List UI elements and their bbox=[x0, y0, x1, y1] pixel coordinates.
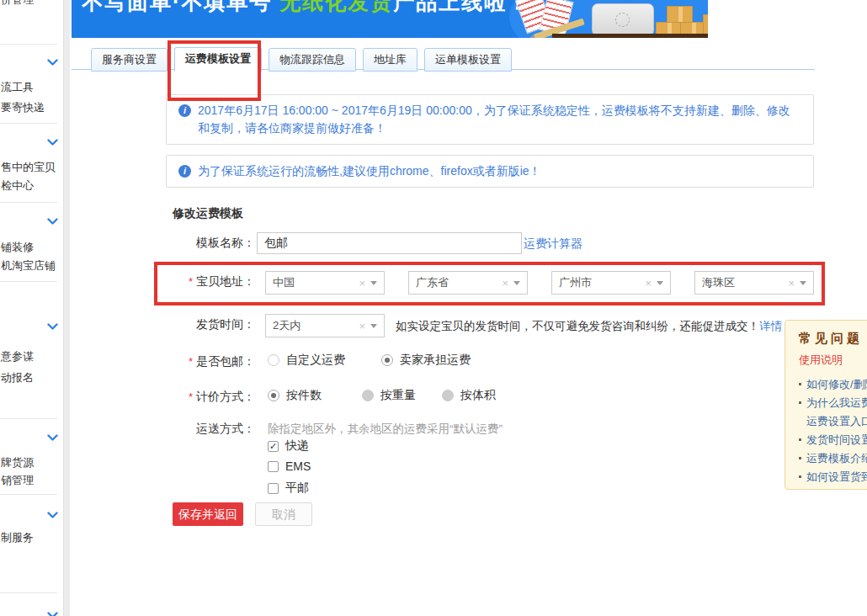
select-value: 中国 bbox=[266, 275, 359, 290]
radio-custom-freight[interactable]: 自定义运费 bbox=[268, 353, 345, 368]
chevron-down-icon[interactable] bbox=[47, 512, 58, 519]
radio-label: 自定义运费 bbox=[286, 353, 345, 368]
checkbox-icon bbox=[268, 461, 279, 472]
faq-link[interactable]: 运费设置入口 bbox=[806, 415, 867, 427]
required-asterisk: * bbox=[189, 275, 193, 288]
sidebar-item-custom-service[interactable]: 制服务 bbox=[1, 530, 34, 545]
faq-panel: 常见问题 使用说明 如何修改/删除 为什么我运费模 运费设置入口 发货时间设置指… bbox=[785, 320, 867, 490]
chevron-down-icon[interactable] bbox=[47, 612, 58, 616]
free-shipping-label: *是否包邮： bbox=[154, 354, 255, 369]
faq-link-row: 发货时间设置指 bbox=[799, 431, 867, 449]
clear-icon[interactable]: × bbox=[359, 320, 370, 332]
pricing-method-label: *计价方式： bbox=[154, 390, 255, 405]
bullet-icon bbox=[799, 438, 801, 441]
faq-link[interactable]: 如何修改/删除 bbox=[806, 378, 867, 390]
sidebar-item-activity-signup[interactable]: 动报名 bbox=[1, 370, 34, 385]
sidebar-item-distribution-manage[interactable]: 销管理 bbox=[1, 473, 34, 488]
ship-time-label: 发货时间： bbox=[154, 317, 255, 332]
ship-time-select[interactable]: 2天内 × bbox=[265, 314, 385, 337]
dropdown-arrow-icon[interactable] bbox=[513, 281, 520, 289]
tab-logistics-tracking[interactable]: 物流跟踪信息 bbox=[269, 48, 356, 72]
faq-title: 常见问题 bbox=[799, 331, 867, 347]
item-address-label-text: 宝贝地址： bbox=[196, 274, 255, 288]
sidebar-item-mobile-shop[interactable]: 机淘宝店铺 bbox=[1, 258, 56, 273]
shipping-template-settings-page: 价管理 流工具 要寄快递 售中的宝贝 检中心 铺装修 机淘宝店铺 意参谋 动报名… bbox=[0, 0, 867, 616]
chevron-down-icon[interactable] bbox=[47, 139, 58, 146]
banner-text-highlight: 无纸化发货 bbox=[279, 0, 393, 13]
ship-time-detail-link[interactable]: 详情 bbox=[759, 320, 782, 332]
address-select-district[interactable]: 海珠区 × bbox=[694, 271, 814, 295]
notice-browser: i 为了保证系统运行的流畅性,建议使用chrome、firefox或者新版ie！ bbox=[166, 155, 814, 188]
checkbox-surface-mail[interactable]: 平邮 bbox=[268, 481, 309, 496]
radio-by-weight[interactable]: 按重量 bbox=[362, 388, 416, 403]
radio-icon-selected bbox=[381, 354, 393, 366]
clear-icon[interactable]: × bbox=[645, 277, 657, 289]
sidebar-divider bbox=[0, 44, 57, 45]
dropdown-arrow-icon[interactable] bbox=[657, 281, 663, 289]
clear-icon[interactable]: × bbox=[788, 277, 800, 289]
faq-usage-guide-link[interactable]: 使用说明 bbox=[799, 353, 867, 368]
sidebar-item-brand-supply[interactable]: 牌货源 bbox=[1, 455, 34, 470]
dropdown-arrow-icon[interactable] bbox=[370, 324, 377, 332]
chevron-down-icon[interactable] bbox=[47, 323, 58, 331]
chevron-down-icon[interactable] bbox=[47, 59, 58, 66]
radio-icon bbox=[268, 354, 279, 366]
faq-link[interactable]: 发货时间设置指 bbox=[806, 433, 867, 446]
radio-icon-selected bbox=[268, 390, 279, 401]
dropdown-arrow-icon[interactable] bbox=[370, 281, 377, 289]
sidebar-item-logistics-tools[interactable]: 流工具 bbox=[1, 80, 34, 95]
radio-label: 卖家承担运费 bbox=[400, 353, 471, 368]
clear-icon[interactable]: × bbox=[359, 277, 370, 289]
tab-waybill-template-settings[interactable]: 运单模板设置 bbox=[424, 48, 512, 72]
sidebar-item-check-center[interactable]: 检中心 bbox=[1, 178, 34, 194]
checkbox-icon-checked: ✓ bbox=[268, 441, 279, 452]
save-and-return-button[interactable]: 保存并返回 bbox=[173, 502, 243, 526]
bullet-icon bbox=[799, 383, 801, 385]
sidebar-divider bbox=[0, 281, 57, 282]
checkbox-express[interactable]: ✓ 快递 bbox=[268, 438, 309, 454]
address-select-province[interactable]: 广东省 × bbox=[408, 271, 528, 295]
sidebar-item-business-advisor[interactable]: 意参谋 bbox=[1, 349, 34, 364]
sidebar-item-shop-decorate[interactable]: 铺装修 bbox=[1, 240, 34, 255]
banner-text: 不写面单·不填单号 无纸化发货产品上线啦！ bbox=[82, 0, 529, 16]
faq-link[interactable]: 为什么我运费模 bbox=[806, 396, 867, 409]
sidebar-item-items-on-sale[interactable]: 售中的宝贝 bbox=[1, 160, 56, 175]
scale-dial bbox=[615, 13, 630, 27]
bullet-icon bbox=[799, 457, 801, 459]
radio-label: 按件数 bbox=[286, 388, 322, 403]
chevron-down-icon[interactable] bbox=[47, 218, 58, 226]
freight-calculator-link[interactable]: 运费计算器 bbox=[524, 236, 582, 252]
checkbox-ems[interactable]: EMS bbox=[268, 459, 311, 473]
faq-link-row: 运费模板介绍 bbox=[799, 449, 867, 468]
radio-icon-disabled bbox=[442, 390, 454, 401]
select-value: 海珠区 bbox=[695, 275, 788, 290]
checkbox-icon bbox=[268, 483, 279, 494]
tab-shipping-template-settings[interactable]: 运费模板设置 bbox=[174, 47, 262, 72]
radio-seller-pays-freight[interactable]: 卖家承担运费 bbox=[381, 353, 471, 368]
radio-by-quantity[interactable]: 按件数 bbox=[268, 388, 322, 403]
cancel-button[interactable]: 取消 bbox=[255, 502, 312, 526]
sidebar-item-rating-manage[interactable]: 价管理 bbox=[1, 0, 34, 8]
sidebar-scrollbar[interactable] bbox=[63, 0, 70, 616]
required-asterisk: * bbox=[189, 355, 193, 368]
address-select-country[interactable]: 中国 × bbox=[265, 271, 385, 295]
faq-link[interactable]: 如何设置货到 bbox=[806, 470, 867, 483]
faq-link-row: 如何设置货到 bbox=[799, 468, 867, 486]
dropdown-arrow-icon[interactable] bbox=[800, 281, 806, 289]
radio-label: 按体积 bbox=[460, 388, 496, 403]
chevron-down-icon[interactable] bbox=[47, 434, 58, 442]
notice-maintenance: i 2017年6月17日 16:00:00 ~ 2017年6月19日 00:00… bbox=[166, 94, 814, 145]
tab-provider-settings[interactable]: 服务商设置 bbox=[91, 48, 168, 72]
promo-banner[interactable]: 不写面单·不填单号 无纸化发货产品上线啦！ bbox=[72, 0, 708, 38]
radio-by-volume[interactable]: 按体积 bbox=[442, 388, 496, 403]
sidebar-divider bbox=[0, 494, 57, 495]
faq-link-row: 为什么我运费模 bbox=[799, 394, 867, 412]
address-select-city[interactable]: 广州市 × bbox=[551, 271, 671, 295]
clear-icon[interactable]: × bbox=[502, 277, 513, 289]
faq-link[interactable]: 运费模板介绍 bbox=[806, 452, 867, 465]
select-value: 广东省 bbox=[409, 275, 502, 290]
tab-address-book[interactable]: 地址库 bbox=[363, 48, 418, 72]
sidebar-item-send-express[interactable]: 要寄快递 bbox=[1, 100, 45, 115]
template-name-input[interactable] bbox=[257, 232, 522, 254]
sidebar-divider bbox=[0, 418, 57, 419]
